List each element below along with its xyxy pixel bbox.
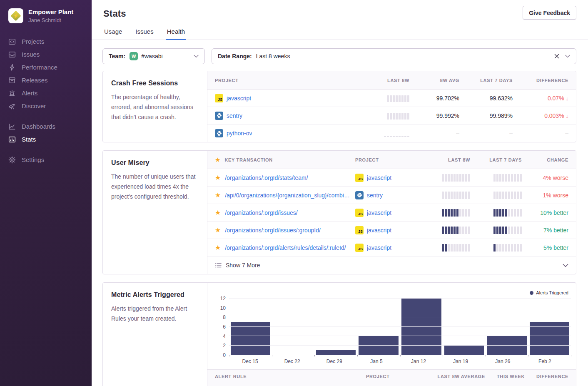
- sidebar-item-label: Releases: [22, 77, 48, 84]
- chart-x-axis: Dec 15Dec 22Dec 29Jan 5Jan 12Jan 19Jan 2…: [229, 355, 566, 369]
- project-link[interactable]: javascript: [367, 174, 391, 181]
- project-link[interactable]: sentry: [367, 192, 383, 199]
- avg-8w-value: 99.702%: [436, 95, 459, 102]
- sparkline: [442, 174, 470, 182]
- sidebar-item-dashboards[interactable]: Dashboards: [8, 120, 87, 133]
- table-header: ★Key Transaction Project Last 8W Last 7 …: [207, 151, 576, 169]
- tab-issues[interactable]: Issues: [135, 28, 154, 40]
- chevron-down-icon: [565, 55, 570, 58]
- dashboards-icon: [8, 123, 16, 130]
- transaction-link[interactable]: /organizations/:orgId/issues/: [225, 209, 297, 216]
- python-icon: [355, 191, 364, 199]
- last-7d-value: 99.989%: [490, 112, 513, 119]
- last-7d-value: 99.632%: [490, 95, 513, 102]
- date-range-label: Date Range:: [218, 53, 252, 60]
- panel-description: The percentage of healthy, errored, and …: [111, 92, 199, 122]
- chart-plot-area: [229, 299, 571, 355]
- show-more-label: Show 7 More: [226, 262, 260, 269]
- alerts-icon: [8, 90, 16, 97]
- sparkline: [493, 192, 522, 199]
- legend-label: Alerts Triggered: [536, 290, 568, 295]
- tab-usage[interactable]: Usage: [103, 28, 123, 40]
- clear-icon[interactable]: [554, 54, 559, 59]
- javascript-icon: JS: [215, 94, 223, 102]
- sparkline: [493, 244, 522, 252]
- transaction-link[interactable]: /organizations/:orgId/stats/team/: [225, 174, 308, 181]
- performance-icon: [8, 64, 16, 71]
- date-range-select[interactable]: Date Range: Last 8 weeks: [212, 48, 576, 64]
- project-link[interactable]: python-ov: [227, 130, 252, 137]
- table-row: python-ov – – –: [207, 125, 576, 142]
- project-link[interactable]: javascript: [367, 244, 391, 251]
- sidebar: ⚡ Empower Plant Jane Schmidt Projects Is…: [0, 0, 92, 386]
- user-name: Jane Schmidt: [28, 17, 73, 23]
- sidebar-item-releases[interactable]: Releases: [8, 74, 87, 87]
- releases-icon: [8, 77, 16, 84]
- table-row: ★/organizations/:orgId/issues/ JSjavascr…: [207, 204, 576, 222]
- org-name: Empower Plant: [28, 8, 73, 16]
- crash-free-sessions-panel: Crash Free Sessions The percentage of he…: [102, 71, 576, 142]
- last-7d-value: –: [509, 130, 513, 137]
- key-transaction-star[interactable]: ★: [215, 174, 221, 181]
- down-arrow-icon: ↓: [566, 113, 569, 119]
- tab-health[interactable]: Health: [166, 28, 186, 40]
- transaction-link[interactable]: /organizations/:orgId/issues/:groupId/: [225, 227, 321, 234]
- sidebar-item-discover[interactable]: Discover: [8, 100, 87, 112]
- sidebar-item-stats[interactable]: Stats: [8, 133, 87, 146]
- settings-icon: [8, 156, 16, 164]
- sidebar-item-label: Issues: [22, 51, 40, 58]
- sparkline: [387, 95, 409, 102]
- alerts-triggered-chart: Alerts Triggered 024681012 Dec 15Dec 22D…: [207, 283, 576, 369]
- sidebar-item-label: Stats: [22, 136, 36, 143]
- sidebar-item-label: Projects: [22, 38, 44, 45]
- javascript-icon: JS: [355, 244, 364, 252]
- discover-icon: [8, 102, 16, 110]
- avg-8w-value: 99.992%: [436, 112, 459, 119]
- chart-legend[interactable]: Alerts Triggered: [530, 290, 568, 295]
- sidebar-item-alerts[interactable]: Alerts: [8, 87, 87, 100]
- difference-value: 0.003% ↓: [544, 112, 568, 119]
- metric-alerts-panel: Metric Alerts Triggered Alerts triggered…: [102, 282, 576, 386]
- python-icon: [215, 112, 223, 120]
- sparkline: [493, 174, 522, 182]
- javascript-icon: JS: [355, 174, 364, 182]
- project-link[interactable]: javascript: [367, 227, 391, 234]
- team-select[interactable]: Team: W #wasabi: [102, 48, 205, 64]
- sidebar-item-settings[interactable]: Settings: [8, 153, 87, 166]
- python-icon: [215, 129, 223, 137]
- change-value: 1% worse: [543, 192, 568, 199]
- issues-icon: [8, 51, 16, 58]
- sparkline: [493, 209, 522, 217]
- down-arrow-icon: ↓: [566, 95, 569, 102]
- bolt-icon: ⚡: [13, 14, 19, 18]
- table-row: ★/organizations/:orgId/issues/:groupId/ …: [207, 222, 576, 239]
- give-feedback-button[interactable]: Give Feedback: [523, 6, 576, 20]
- org-logo: ⚡: [8, 8, 23, 23]
- project-link[interactable]: javascript: [367, 209, 391, 216]
- key-transaction-star[interactable]: ★: [215, 192, 221, 199]
- sidebar-item-projects[interactable]: Projects: [8, 35, 87, 48]
- sidebar-item-performance[interactable]: Performance: [8, 61, 87, 74]
- sparkline: [387, 112, 409, 120]
- project-link[interactable]: sentry: [227, 112, 242, 119]
- table-row: JS javascript 99.702% 99.632% 0.07% ↓: [207, 90, 576, 107]
- javascript-icon: JS: [355, 226, 364, 234]
- chevron-down-icon: [563, 264, 568, 267]
- star-icon: ★: [215, 157, 220, 163]
- sparkline: [442, 227, 470, 234]
- transaction-link[interactable]: /organizations/:orgId/alerts/rules/detai…: [225, 244, 346, 251]
- key-transaction-star[interactable]: ★: [215, 244, 221, 251]
- key-transaction-star[interactable]: ★: [215, 227, 221, 234]
- stats-icon: [8, 136, 16, 143]
- key-transaction-star[interactable]: ★: [215, 209, 221, 216]
- chart-y-axis: 024681012: [213, 299, 226, 355]
- page-title: Stats: [103, 8, 126, 19]
- panel-title: User Misery: [111, 159, 199, 167]
- project-link[interactable]: javascript: [227, 95, 251, 102]
- team-select-value: #wasabi: [141, 53, 162, 60]
- table-row: ★/organizations/:orgId/stats/team/ JSjav…: [207, 169, 576, 187]
- sidebar-item-issues[interactable]: Issues: [8, 48, 87, 61]
- transaction-link[interactable]: /api/0/organizations/{organization_slug}…: [225, 192, 352, 199]
- show-more-button[interactable]: Show 7 More: [207, 257, 576, 274]
- org-switcher[interactable]: ⚡ Empower Plant Jane Schmidt: [0, 0, 92, 29]
